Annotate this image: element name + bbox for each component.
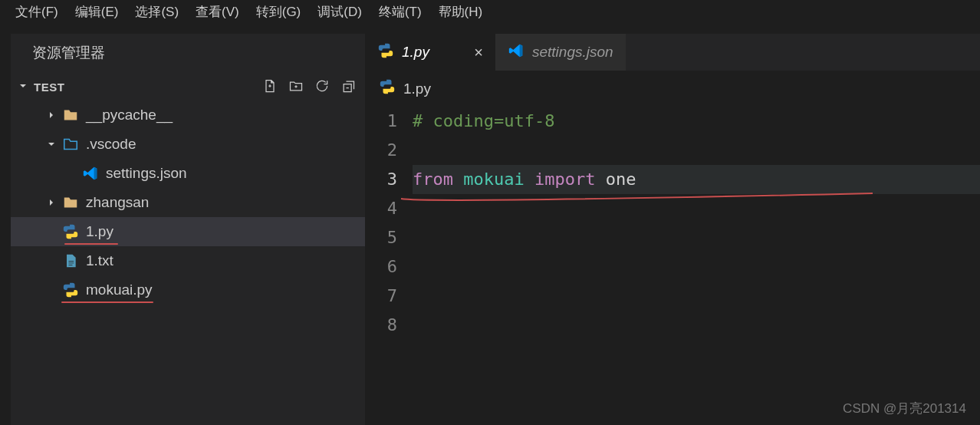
tab-1py[interactable]: 1.py × (365, 34, 495, 71)
menubar: 文件(F) 编辑(E) 选择(S) 查看(V) 转到(G) 调试(D) 终端(T… (0, 0, 980, 23)
file-tree: __pycache__ .vscode settings.json zhangs… (11, 100, 365, 305)
tree-item-label: settings.json (106, 165, 187, 182)
code-editor[interactable]: 1 2 3 4 5 6 7 8 # coding=utf-8 from moku… (365, 107, 980, 340)
chevron-down-icon (17, 80, 29, 94)
tree-file-settings-json[interactable]: settings.json (11, 159, 365, 188)
section-label: TEST (34, 81, 64, 94)
new-folder-icon[interactable] (288, 78, 304, 96)
tree-item-label: __pycache__ (86, 107, 173, 124)
new-file-icon[interactable] (262, 78, 278, 96)
tab-label: settings.json (532, 44, 613, 61)
tree-file-1txt[interactable]: 1.txt (11, 246, 365, 275)
folder-icon (61, 194, 80, 211)
tree-folder-vscode[interactable]: .vscode (11, 130, 365, 159)
vscode-icon (81, 165, 100, 182)
chevron-right-icon (44, 109, 58, 121)
tree-item-label: zhangsan (86, 194, 149, 211)
python-icon (379, 78, 396, 99)
tree-file-1py[interactable]: 1.py (11, 217, 365, 246)
tree-folder-zhangsan[interactable]: zhangsan (11, 188, 365, 217)
collapse-all-icon[interactable] (340, 78, 356, 96)
python-icon (61, 223, 80, 240)
folder-icon (61, 107, 80, 124)
menu-file[interactable]: 文件(F) (8, 2, 66, 22)
code-comment: # coding=utf-8 (413, 111, 554, 130)
annotation-underline (64, 243, 118, 245)
menu-go[interactable]: 转到(G) (248, 2, 309, 22)
python-icon (61, 282, 80, 298)
folder-vscode-icon (61, 136, 80, 153)
tree-item-label: mokuai.py (86, 282, 153, 298)
menu-view[interactable]: 查看(V) (188, 2, 247, 22)
explorer-section-header[interactable]: TEST (11, 75, 365, 100)
explorer-sidebar: 资源管理器 TEST __pycache__ (11, 34, 365, 425)
tab-settings-json[interactable]: settings.json (495, 34, 626, 71)
menu-help[interactable]: 帮助(H) (431, 2, 491, 22)
tree-item-label: 1.py (86, 223, 113, 240)
sidebar-title: 资源管理器 (11, 34, 365, 75)
menu-debug[interactable]: 调试(D) (310, 2, 370, 22)
code-content[interactable]: # coding=utf-8 from mokuai import one (413, 107, 980, 340)
vscode-icon (508, 42, 525, 63)
annotation-underline (61, 301, 153, 303)
tree-file-mokuaipy[interactable]: mokuai.py (11, 275, 365, 305)
refresh-icon[interactable] (314, 78, 330, 96)
file-txt-icon (61, 252, 80, 269)
python-icon (377, 42, 394, 63)
tree-folder-pycache[interactable]: __pycache__ (11, 100, 365, 130)
menu-edit[interactable]: 编辑(E) (67, 2, 127, 22)
tab-label: 1.py (402, 44, 429, 61)
line-gutter: 1 2 3 4 5 6 7 8 (365, 107, 413, 340)
tree-item-label: 1.txt (86, 252, 113, 269)
tree-item-label: .vscode (86, 136, 136, 153)
breadcrumb[interactable]: 1.py (365, 71, 980, 107)
breadcrumb-label: 1.py (403, 81, 431, 97)
menu-terminal[interactable]: 终端(T) (371, 2, 429, 22)
menu-selection[interactable]: 选择(S) (127, 2, 186, 22)
close-icon[interactable]: × (474, 44, 483, 61)
tabbar: 1.py × settings.json (365, 34, 980, 71)
editor-pane: 1.py × settings.json 1.py 1 2 3 4 5 6 7 … (365, 34, 980, 425)
chevron-right-icon (44, 196, 58, 209)
chevron-down-icon (44, 138, 58, 150)
